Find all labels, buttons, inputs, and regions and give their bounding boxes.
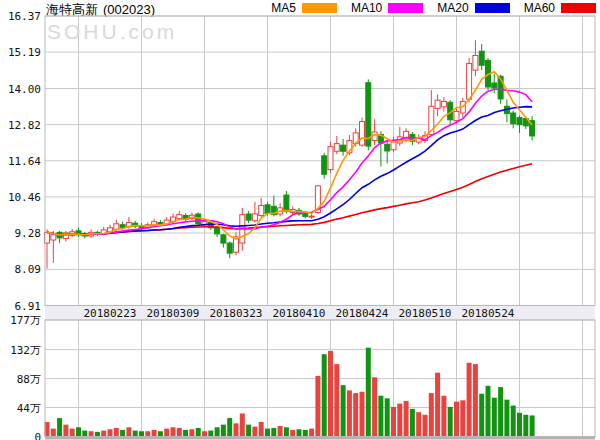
svg-text:16.37: 16.37 bbox=[8, 10, 41, 23]
svg-text:9.28: 9.28 bbox=[15, 227, 42, 240]
stock-chart-canvas: 16.3715.1914.0012.8211.6410.469.288.096.… bbox=[0, 0, 600, 440]
ma20-line bbox=[47, 107, 532, 235]
svg-text:177万: 177万 bbox=[10, 314, 41, 327]
svg-text:20180223: 20180223 bbox=[84, 307, 137, 320]
svg-text:10.46: 10.46 bbox=[8, 191, 41, 204]
ma5-line bbox=[47, 72, 532, 239]
volume-axis-labels: 177万132万88万44万0 bbox=[10, 314, 41, 440]
svg-text:88万: 88万 bbox=[17, 373, 41, 386]
svg-text:6.91: 6.91 bbox=[15, 300, 42, 313]
svg-text:14.00: 14.00 bbox=[8, 83, 41, 96]
svg-text:20180410: 20180410 bbox=[273, 307, 326, 320]
svg-text:12.82: 12.82 bbox=[8, 119, 41, 132]
svg-text:44万: 44万 bbox=[17, 402, 41, 415]
candlesticks bbox=[45, 40, 535, 268]
svg-text:20180424: 20180424 bbox=[336, 307, 389, 320]
volume-bars bbox=[45, 348, 535, 437]
svg-text:132万: 132万 bbox=[10, 344, 41, 357]
svg-text:20180510: 20180510 bbox=[399, 307, 452, 320]
svg-text:0: 0 bbox=[34, 431, 41, 440]
svg-text:11.64: 11.64 bbox=[8, 155, 41, 168]
svg-text:8.09: 8.09 bbox=[15, 263, 42, 276]
stock-chart-page: 海特高新(002023) MA5 MA10 MA20 MA60 16.3715.… bbox=[0, 0, 600, 440]
svg-text:20180323: 20180323 bbox=[210, 307, 263, 320]
date-axis-labels: 2018022320180309201803232018041020180424… bbox=[84, 307, 515, 320]
sohu-watermark: SOHU.com bbox=[47, 20, 177, 44]
svg-text:20180524: 20180524 bbox=[462, 307, 515, 320]
price-axis-labels: 16.3715.1914.0012.8211.6410.469.288.096.… bbox=[8, 10, 41, 313]
svg-text:20180309: 20180309 bbox=[147, 307, 200, 320]
svg-text:15.19: 15.19 bbox=[8, 46, 41, 59]
